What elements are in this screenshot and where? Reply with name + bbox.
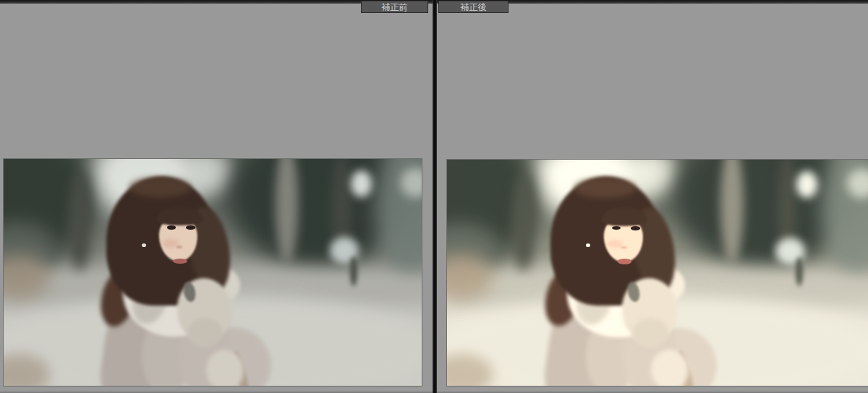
bangs (602, 207, 647, 226)
tree-trunk-left (512, 173, 535, 277)
lamp-bokeh (796, 171, 817, 199)
nose-shadow (176, 246, 183, 248)
glove-cuff (632, 318, 668, 347)
earring (142, 243, 146, 247)
panel-divider (433, 0, 437, 393)
tree-trunk-left (69, 173, 92, 277)
before-panel: 補正前 (0, 0, 433, 393)
hair-highlight (574, 178, 637, 198)
glove-cuff (187, 318, 223, 347)
before-label-text: 補正前 (382, 2, 408, 12)
eye-left (167, 225, 176, 229)
photo-before[interactable] (4, 159, 422, 386)
lamp-bokeh (351, 170, 372, 198)
eye-right (631, 226, 640, 230)
before-label: 補正前 (361, 1, 428, 13)
eye-right (186, 225, 195, 230)
post-bokeh (350, 256, 357, 286)
after-label: 補正後 (438, 1, 509, 13)
after-panel: 補正後 (437, 0, 868, 393)
photo-scene (447, 160, 868, 386)
photo-scene (4, 159, 422, 386)
after-label-text: 補正後 (461, 2, 487, 12)
photo-after[interactable] (447, 160, 868, 386)
bangs (157, 207, 202, 226)
lips (618, 259, 632, 264)
lips (173, 259, 187, 264)
compare-view: 補正前 (0, 0, 868, 393)
